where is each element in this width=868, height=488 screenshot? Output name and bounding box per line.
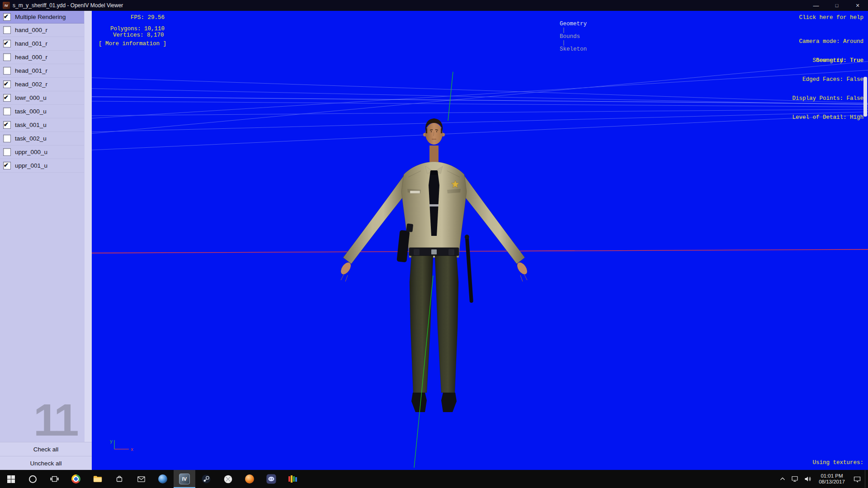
volume-button[interactable] [802, 470, 814, 488]
window-body: Multiple Rendering hand_000_r hand_001_r… [0, 11, 868, 470]
sidebar-item-head-001-r[interactable]: head_001_r [0, 64, 84, 78]
network-status-button[interactable] [789, 470, 802, 488]
envelope-icon [137, 476, 145, 482]
chrome-button[interactable] [65, 470, 87, 488]
steam-button[interactable] [195, 470, 217, 488]
sidebar-buttons: Check all Uncheck all [0, 442, 92, 470]
tab-separator: | [562, 40, 566, 46]
file-explorer-button[interactable] [87, 470, 108, 488]
polygons-counter: Polygons: 10,110 [110, 26, 165, 32]
start-button[interactable] [0, 470, 22, 488]
sidebar-item-multiple-rendering[interactable]: Multiple Rendering [0, 11, 84, 23]
close-button[interactable]: ✕ [847, 0, 868, 11]
tab-geometry[interactable]: Geometry [560, 21, 587, 27]
color-bars-icon [288, 475, 297, 483]
sidebar-item-head-000-r[interactable]: head_000_r [0, 51, 84, 64]
tab-bounds[interactable]: Bounds [560, 33, 580, 40]
sidebar-scrollbar[interactable] [85, 11, 92, 442]
sheriff-model-render [92, 11, 868, 470]
discord-icon [266, 474, 276, 484]
discord-button[interactable] [260, 470, 282, 488]
checkbox[interactable] [3, 53, 11, 61]
tab-skeleton[interactable]: Skeleton [560, 46, 587, 52]
shopping-bag-icon [116, 475, 123, 483]
orange-orb-app-button[interactable] [239, 470, 260, 488]
openiv-icon: IV [179, 474, 190, 484]
model-viewport[interactable]: FPS: 29.56 Polygons: 10,110 Vertices: 8,… [92, 11, 868, 470]
sidebar-item-label: hand_000_r [15, 27, 47, 33]
search-icon [29, 475, 37, 483]
sidebar-item-label: uppr_001_u [15, 162, 47, 169]
sidebar-item-task-002-u[interactable]: task_002_u [0, 132, 84, 145]
axis-gizmo: y x [108, 436, 135, 453]
sidebar-item-label: head_000_r [15, 54, 47, 61]
sidebar-item-hand-001-r[interactable]: hand_001_r [0, 37, 84, 51]
store-button[interactable] [108, 470, 130, 488]
geometry-toggle[interactable]: Geometry: True [792, 57, 863, 64]
help-link[interactable]: Click here for help [799, 14, 863, 21]
tray-expand-button[interactable] [776, 470, 789, 488]
check-all-button[interactable]: Check all [0, 442, 92, 456]
viewport-scrollbar-thumb[interactable] [863, 77, 867, 117]
checkbox[interactable] [3, 162, 11, 169]
sidebar-item-hand-000-r[interactable]: hand_000_r [0, 23, 84, 37]
camera-mode-toggle[interactable]: Camera mode: Around [799, 38, 863, 45]
time-label: 01:01 PM [814, 473, 849, 479]
checkbox[interactable] [3, 148, 11, 156]
checkbox[interactable] [3, 80, 11, 88]
checkbox[interactable] [3, 108, 11, 115]
taskbar-clock[interactable]: 01:01 PM 08/13/2017 [814, 473, 849, 485]
sidebar-item-label: task_002_u [15, 135, 47, 142]
svg-text:x: x [131, 447, 133, 452]
sidebar-item-head-002-r[interactable]: head_002_r [0, 78, 84, 91]
xbox-button[interactable] [217, 470, 239, 488]
cortana-search-button[interactable] [22, 470, 43, 488]
action-center-button[interactable] [849, 470, 865, 488]
display-points-toggle[interactable]: Display Points: False [792, 95, 863, 102]
checkbox[interactable] [3, 40, 11, 47]
render-settings: Geometry: True Edged Faces: False Displa… [792, 45, 863, 133]
fps-counter: FPS: 29.56 [131, 14, 165, 21]
sidebar-item-label: lowr_000_u [15, 94, 47, 101]
maximize-button[interactable]: □ [826, 0, 847, 11]
blue-orb-app-button[interactable] [152, 470, 174, 488]
screen: IV s_m_y_sheriff_01.ydd - OpenIV Model V… [0, 0, 868, 488]
sidebar-item-uppr-001-u[interactable]: uppr_001_u [0, 159, 84, 173]
checkbox[interactable] [3, 94, 11, 102]
checkbox[interactable] [3, 135, 11, 142]
textures-panel: Using textures: s_m_y_sheriff_01.ytd [-]… [762, 444, 863, 470]
chevron-up-icon [779, 476, 786, 482]
openiv-window-icon: IV [3, 2, 10, 9]
sidebar-item-task-001-u[interactable]: task_001_u [0, 118, 84, 132]
minimize-button[interactable]: — [806, 0, 826, 11]
titlebar[interactable]: IV s_m_y_sheriff_01.ydd - OpenIV Model V… [0, 0, 868, 11]
color-bars-app-button[interactable] [282, 470, 304, 488]
checkbox[interactable] [3, 13, 11, 21]
sidebar-item-lowr-000-u[interactable]: lowr_000_u [0, 91, 84, 105]
sidebar-item-task-000-u[interactable]: task_000_u [0, 105, 84, 118]
checkbox[interactable] [3, 26, 11, 34]
task-view-icon [50, 475, 59, 483]
sidebar-item-label: Multiple Rendering [15, 14, 66, 20]
checkbox[interactable] [3, 121, 11, 129]
window-controls: — □ ✕ [806, 0, 868, 11]
page-number-watermark: 11 [33, 399, 77, 440]
show-desktop-button[interactable] [865, 470, 868, 488]
render-mode-tabs: Geometry | Bounds | Skeleton [533, 14, 587, 59]
checkbox[interactable] [3, 67, 11, 75]
uncheck-all-button[interactable]: Uncheck all [0, 456, 92, 470]
task-view-button[interactable] [43, 470, 65, 488]
sidebar-item-uppr-000-u[interactable]: uppr_000_u [0, 145, 84, 159]
date-label: 08/13/2017 [814, 479, 849, 485]
steam-icon [202, 474, 211, 483]
mail-button[interactable] [130, 470, 152, 488]
level-of-detail-toggle[interactable]: Level of Detail: High [792, 114, 863, 121]
xbox-icon [224, 475, 232, 483]
taskbar: IV [0, 470, 868, 488]
edged-faces-toggle[interactable]: Edged Faces: False [792, 76, 863, 83]
sidebar-item-label: task_000_u [15, 108, 47, 115]
more-information-link[interactable]: [ More information ] [99, 41, 166, 47]
openiv-button[interactable]: IV [174, 470, 195, 488]
sidebar-item-label: head_002_r [15, 81, 47, 88]
svg-text:y: y [110, 439, 113, 444]
